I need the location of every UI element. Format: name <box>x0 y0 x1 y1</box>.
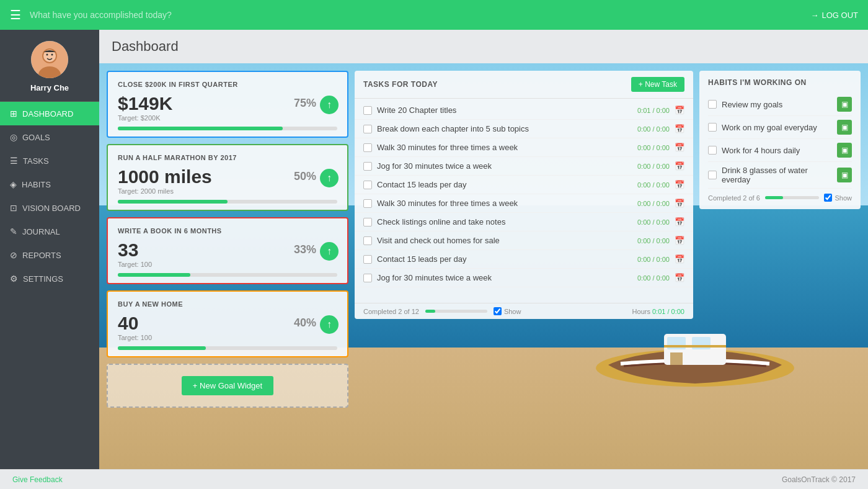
habit-action-button[interactable]: ▣ <box>837 168 852 182</box>
avatar <box>31 41 68 78</box>
habit-label: Work on my goal everyday <box>722 123 832 132</box>
task-time: 0:00 / 0:00 <box>637 256 670 263</box>
calendar-icon[interactable]: 📅 <box>675 273 684 282</box>
new-goal-button[interactable]: + New Goal Widget <box>182 376 273 395</box>
new-task-button[interactable]: + New Task <box>631 77 684 92</box>
goal-card-goal-3: WRITE A BOOK IN 6 MONTHS 33 Target: 100 … <box>107 217 348 284</box>
habit-row: Review my goals ▣ <box>708 93 852 116</box>
habit-row: Work for 4 hours daily ▣ <box>708 139 852 162</box>
task-checkbox[interactable] <box>363 181 372 189</box>
calendar-icon[interactable]: 📅 <box>675 161 684 171</box>
tasks-show-checkbox[interactable] <box>494 307 502 315</box>
svg-point-4 <box>46 54 48 56</box>
menu-icon[interactable]: ☰ <box>10 7 21 22</box>
tasks-show-label: Show <box>504 308 521 315</box>
habit-label: Review my goals <box>722 100 832 109</box>
reports-icon: ⊘ <box>10 250 17 260</box>
sidebar-item-vision-board[interactable]: ⊡Vision Board <box>0 196 99 220</box>
sidebar-item-goals[interactable]: ◎Goals <box>0 125 99 149</box>
task-checkbox[interactable] <box>363 143 372 152</box>
task-time: 0:00 / 0:00 <box>637 125 670 133</box>
sidebar-item-habits[interactable]: ◈Habits <box>0 173 99 196</box>
calendar-icon[interactable]: 📅 <box>675 254 684 264</box>
goal-up-icon[interactable]: ↑ <box>320 242 339 261</box>
goal-up-icon[interactable]: ↑ <box>320 169 339 187</box>
task-label: Walk 30 minutes for three times a week <box>377 143 632 152</box>
calendar-icon[interactable]: 📅 <box>675 180 684 189</box>
sidebar-item-settings[interactable]: ⚙Settings <box>0 267 99 290</box>
content-area: CLOSE $200K IN FIRST QUARTER $149K Targe… <box>99 63 868 469</box>
sidebar-item-dashboard[interactable]: ⊞Dashboard <box>0 102 99 125</box>
sidebar-label-settings: Settings <box>23 274 63 284</box>
tasks-completed-count: Completed 2 of 12 <box>363 308 419 315</box>
task-checkbox[interactable] <box>363 218 372 227</box>
task-row: Jog for 30 minutes twice a week 0:00 / 0… <box>355 157 693 176</box>
goal-up-icon[interactable]: ↑ <box>320 96 339 114</box>
calendar-icon[interactable]: 📅 <box>675 143 684 152</box>
goal-percent: 75% <box>294 97 316 110</box>
habit-checkbox[interactable] <box>708 146 717 155</box>
task-checkbox[interactable] <box>363 255 372 264</box>
goal-card-goal-2: RUN A HALF MARATHON BY 2017 1000 miles T… <box>107 144 348 211</box>
task-checkbox[interactable] <box>363 236 372 245</box>
sidebar-label-dashboard: Dashboard <box>22 109 73 119</box>
calendar-icon[interactable]: 📅 <box>675 199 684 208</box>
task-checkbox[interactable] <box>363 162 372 171</box>
sidebar-label-habits: Habits <box>22 180 51 189</box>
user-profile: Harry Che <box>0 30 99 102</box>
habits-progress-bar <box>765 196 820 199</box>
task-time: 0:00 / 0:00 <box>637 163 670 170</box>
task-label: Contact 15 leads per day <box>377 180 632 189</box>
task-checkbox[interactable] <box>363 106 372 115</box>
habits-icon: ◈ <box>10 179 17 189</box>
accomplishment-input[interactable] <box>30 10 810 20</box>
habit-action-button[interactable]: ▣ <box>837 120 852 135</box>
goal-progress-fill <box>118 273 190 277</box>
tasks-hours: Hours 0:01 / 0:00 <box>632 308 684 315</box>
task-label: Jog for 30 minutes twice a week <box>377 273 632 282</box>
habit-action-button[interactable]: ▣ <box>837 97 852 112</box>
task-checkbox[interactable] <box>363 199 372 208</box>
habit-action-button[interactable]: ▣ <box>837 143 852 158</box>
goal-target: Target: 2000 miles <box>118 187 337 195</box>
habits-list: Review my goals ▣ Work on my goal everyd… <box>708 93 852 189</box>
sidebar-label-journal: Journal <box>22 227 60 236</box>
calendar-icon[interactable]: 📅 <box>675 236 684 245</box>
task-label: Jog for 30 minutes twice a week <box>377 161 632 171</box>
tasks-show-toggle[interactable]: Show <box>494 307 521 315</box>
sidebar-item-tasks[interactable]: ☰Tasks <box>0 149 99 173</box>
task-time: 0:00 / 0:00 <box>637 274 670 282</box>
task-label: Walk 30 minutes for three times a week <box>377 199 632 208</box>
habit-checkbox[interactable] <box>708 100 717 109</box>
sidebar-label-reports: Reports <box>22 251 61 260</box>
habit-checkbox[interactable] <box>708 123 717 132</box>
habits-show-checkbox[interactable] <box>824 194 832 202</box>
habit-label: Work for 4 hours daily <box>722 146 832 155</box>
new-goal-widget: + New Goal Widget <box>107 364 348 408</box>
task-checkbox[interactable] <box>363 274 372 282</box>
calendar-icon[interactable]: 📅 <box>675 105 684 115</box>
sidebar-item-journal[interactable]: ✎Journal <box>0 220 99 243</box>
habit-row: Drink 8 glasses of water everday ▣ <box>708 162 852 189</box>
goal-up-icon[interactable]: ↑ <box>320 315 339 334</box>
tasks-footer: Completed 2 of 12 Show Hours <box>355 303 693 319</box>
habits-panel-title: HABITS I'M WORKING ON <box>708 78 852 87</box>
calendar-icon[interactable]: 📅 <box>675 217 684 227</box>
task-label: Check listings online and take notes <box>377 217 632 227</box>
task-label: Break down each chapter into 5 sub topic… <box>377 124 632 133</box>
habit-checkbox[interactable] <box>708 171 717 179</box>
calendar-icon[interactable]: 📅 <box>675 124 684 133</box>
goal-target: Target: 100 <box>118 334 337 341</box>
habits-show-toggle[interactable]: Show <box>824 194 852 202</box>
goal-progress-bar <box>118 200 337 204</box>
logout-button[interactable]: → LOG OUT <box>810 11 858 20</box>
svg-rect-10 <box>670 352 683 365</box>
task-checkbox[interactable] <box>363 125 372 133</box>
svg-point-5 <box>51 54 53 56</box>
copyright: GoalsOnTrack © 2017 <box>782 475 856 484</box>
task-time: 0:00 / 0:00 <box>637 200 670 207</box>
goal-title: WRITE A BOOK IN 6 MONTHS <box>118 227 337 235</box>
habit-row: Work on my goal everyday ▣ <box>708 116 852 139</box>
feedback-link[interactable]: Give Feedback <box>12 475 63 484</box>
sidebar-item-reports[interactable]: ⊘Reports <box>0 243 99 267</box>
